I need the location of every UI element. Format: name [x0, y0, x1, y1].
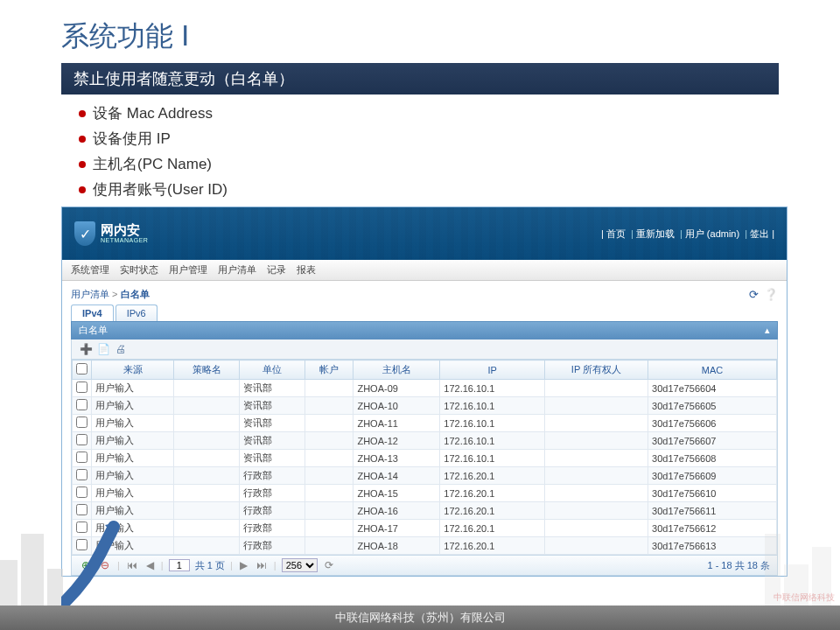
next-page-icon[interactable]: ▶: [238, 559, 249, 571]
table-row[interactable]: 用户输入资讯部ZHOA-11172.16.10.130d17e756606: [73, 415, 777, 432]
cell-owner: [544, 502, 648, 520]
table-row[interactable]: 用户输入资讯部ZHOA-13172.16.10.130d17e756608: [73, 450, 777, 467]
prev-page-icon[interactable]: ◀: [144, 559, 156, 571]
collapse-icon[interactable]: ▴: [765, 325, 770, 336]
column-header[interactable]: IP: [440, 360, 545, 380]
cell-ip: 172.16.10.1: [440, 450, 545, 467]
bullet-text: 使用者账号(User ID): [93, 179, 228, 200]
row-checkbox[interactable]: [76, 382, 88, 393]
cell-source: 用户输入: [92, 380, 174, 397]
bullet-item: 使用者账号(User ID): [79, 179, 779, 200]
page-input[interactable]: [169, 559, 190, 571]
menu-item[interactable]: 报表: [297, 263, 316, 276]
cell-host: ZHOA-11: [354, 415, 440, 432]
table-row[interactable]: 用户输入资讯部ZHOA-12172.16.10.130d17e756607: [73, 432, 777, 450]
cell-source: 用户输入: [92, 485, 174, 502]
shield-icon: ✓: [74, 221, 95, 246]
row-checkbox[interactable]: [76, 452, 88, 463]
cell-mac: 30d17e756611: [648, 502, 777, 520]
table-row[interactable]: 用户输入行政部ZHOA-16172.16.20.130d17e756611: [73, 502, 777, 520]
table-row[interactable]: 用户输入行政部ZHOA-18172.16.20.130d17e756613: [73, 537, 777, 555]
cell-ip: 172.16.10.1: [440, 432, 545, 450]
column-header[interactable]: IP 所有权人: [544, 360, 648, 380]
column-header[interactable]: MAC: [648, 360, 777, 380]
cell-policy: [174, 537, 240, 555]
pages-text: 共 1 页: [195, 559, 225, 572]
menu-item[interactable]: 记录: [267, 263, 286, 276]
table-row[interactable]: 用户输入行政部ZHOA-17172.16.20.130d17e756612: [73, 520, 777, 537]
bullet-text: 设备 Mac Address: [93, 103, 213, 123]
help-icon[interactable]: ❔: [764, 288, 778, 301]
header-nav: | 首页 |重新加载 |用户 (admin) |签出 |: [601, 228, 774, 241]
nav-logout[interactable]: 签出: [750, 228, 769, 239]
arrow-decoration-icon: [61, 518, 131, 606]
cell-host: ZHOA-17: [354, 520, 440, 537]
doc-icon[interactable]: 📄: [96, 342, 110, 356]
bullet-item: 设备 Mac Address: [79, 103, 779, 123]
refresh-icon[interactable]: ⟳: [749, 288, 759, 301]
menubar: 系统管理实时状态用户管理用户清单记录报表: [62, 260, 787, 281]
nav-reload[interactable]: 重新加载: [636, 228, 675, 239]
select-all-checkbox[interactable]: [76, 363, 88, 374]
bullet-item: 主机名(PC Name): [79, 154, 779, 174]
row-checkbox[interactable]: [76, 416, 88, 428]
column-header[interactable]: 单位: [240, 360, 305, 380]
logo: ✓ 网内安 NETMANAGER: [74, 221, 148, 246]
cell-host: ZHOA-18: [354, 537, 440, 555]
watermark: 中联信网络科技: [774, 592, 835, 604]
menu-item[interactable]: 系统管理: [71, 263, 109, 276]
menu-item[interactable]: 实时状态: [120, 263, 158, 276]
cell-source: 用户输入: [92, 432, 174, 450]
column-header[interactable]: 主机名: [354, 360, 440, 380]
cell-unit: 资讯部: [240, 432, 305, 450]
app-header: ✓ 网内安 NETMANAGER | 首页 |重新加载 |用户 (admin) …: [62, 207, 787, 260]
cell-ip: 172.16.20.1: [440, 485, 545, 502]
pager-refresh-icon[interactable]: ⟳: [323, 559, 335, 571]
table-row[interactable]: 用户输入行政部ZHOA-15172.16.20.130d17e756610: [73, 485, 777, 502]
cell-mac: 30d17e756610: [648, 485, 777, 502]
cell-mac: 30d17e756608: [648, 450, 777, 467]
logo-text-en: NETMANAGER: [101, 237, 148, 244]
cell-host: ZHOA-16: [354, 502, 440, 520]
cell-mac: 30d17e756607: [648, 432, 777, 450]
last-page-icon[interactable]: ⏭: [255, 559, 269, 571]
menu-item[interactable]: 用户清单: [218, 263, 256, 276]
cell-owner: [544, 467, 648, 485]
bullet-dot-icon: [79, 161, 86, 168]
cell-unit: 行政部: [240, 520, 305, 537]
row-checkbox[interactable]: [76, 486, 88, 498]
cell-ip: 172.16.10.1: [440, 397, 545, 415]
row-checkbox[interactable]: [76, 399, 88, 410]
tab-ipv6[interactable]: IPv6: [116, 304, 158, 321]
column-header[interactable]: 策略名: [174, 360, 240, 380]
nav-home[interactable]: 首页: [606, 228, 626, 239]
cell-ip: 172.16.20.1: [440, 520, 545, 537]
column-header[interactable]: [73, 360, 92, 380]
breadcrumb-a[interactable]: 用户清单: [71, 289, 109, 299]
page-size-select[interactable]: 256: [282, 558, 318, 572]
column-header[interactable]: 来源: [92, 360, 174, 380]
bullet-item: 设备使用 IP: [79, 129, 779, 149]
pager: ⊕ ⊖ | ⏮ ◀ | 共 1 页 | ▶ ⏭ | 256 ⟳ 1 - 18 共…: [71, 556, 778, 576]
cell-host: ZHOA-09: [354, 380, 440, 397]
row-checkbox[interactable]: [76, 469, 88, 480]
nav-user[interactable]: 用户 (admin): [685, 228, 739, 239]
cell-ip: 172.16.20.1: [440, 537, 545, 555]
table-row[interactable]: 用户输入资讯部ZHOA-09172.16.10.130d17e756604: [73, 380, 777, 397]
tab-ipv4[interactable]: IPv4: [71, 304, 114, 321]
panel-title: 白名单: [79, 324, 108, 337]
bullet-dot-icon: [79, 110, 86, 117]
row-checkbox[interactable]: [76, 434, 88, 445]
print-icon[interactable]: 🖨: [114, 342, 128, 356]
add-icon[interactable]: ➕: [79, 342, 93, 356]
menu-item[interactable]: 用户管理: [169, 263, 207, 276]
cell-host: ZHOA-13: [354, 450, 440, 467]
cell-host: ZHOA-14: [354, 467, 440, 485]
table-row[interactable]: 用户输入资讯部ZHOA-10172.16.10.130d17e756605: [73, 397, 777, 415]
cell-account: [305, 520, 354, 537]
cell-unit: 资讯部: [240, 415, 305, 432]
cell-source: 用户输入: [92, 450, 174, 467]
table-row[interactable]: 用户输入行政部ZHOA-14172.16.20.130d17e756609: [73, 467, 777, 485]
column-header[interactable]: 帐户: [305, 360, 354, 380]
cell-account: [305, 415, 354, 432]
